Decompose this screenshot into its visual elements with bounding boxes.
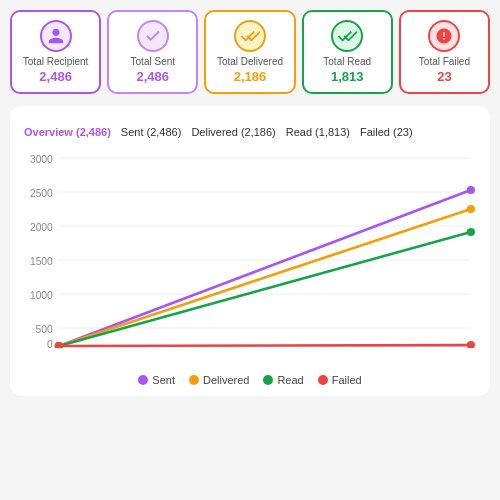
total-sent-value: 2,486: [137, 69, 170, 84]
svg-text:500: 500: [36, 324, 53, 335]
svg-text:1500: 1500: [30, 256, 53, 267]
total-sent-label: Total Sent: [131, 56, 175, 67]
chart-filter-2[interactable]: Delivered (2,186): [191, 126, 275, 138]
chart-svg: 3000 2500 2000 1500 1000 500 0: [24, 148, 476, 348]
svg-line-16: [59, 232, 471, 346]
total-delivered-icon: [234, 20, 266, 52]
svg-point-20: [467, 228, 475, 236]
svg-text:3000: 3000: [30, 154, 53, 165]
total-delivered-label: Total Delivered: [217, 56, 283, 67]
total-delivered-value: 2,186: [234, 69, 267, 84]
total-recipient-value: 2,486: [39, 69, 72, 84]
svg-text:1000: 1000: [30, 290, 53, 301]
stat-card-total-read: Total Read 1,813: [302, 10, 393, 94]
total-read-label: Total Read: [323, 56, 371, 67]
svg-point-21: [467, 341, 475, 348]
stat-cards: Total Recipient 2,486 Total Sent 2,486 T…: [10, 10, 490, 94]
chart-filter-1[interactable]: Sent (2,486): [121, 126, 182, 138]
svg-text:0: 0: [47, 339, 53, 348]
legend-label-sent: Sent: [152, 374, 175, 386]
total-read-value: 1,813: [331, 69, 364, 84]
total-read-icon: [331, 20, 363, 52]
chart-filters: Overview (2,486)Sent (2,486)Delivered (2…: [24, 126, 476, 138]
total-recipient-label: Total Recipient: [23, 56, 89, 67]
total-failed-icon: [428, 20, 460, 52]
svg-line-17: [59, 345, 471, 346]
legend-dot-read: [263, 375, 273, 385]
chart-filter-4[interactable]: Failed (23): [360, 126, 413, 138]
stat-card-total-delivered: Total Delivered 2,186: [204, 10, 295, 94]
svg-line-14: [59, 190, 471, 346]
legend-dot-delivered: [189, 375, 199, 385]
stat-card-total-failed: Total Failed 23: [399, 10, 490, 94]
chart-area: 3000 2500 2000 1500 1000 500 0: [24, 148, 476, 368]
svg-text:2000: 2000: [30, 222, 53, 233]
chart-card: Overview (2,486)Sent (2,486)Delivered (2…: [10, 106, 490, 396]
legend-dot-failed: [318, 375, 328, 385]
total-sent-icon: [137, 20, 169, 52]
total-failed-label: Total Failed: [419, 56, 470, 67]
legend-label-failed: Failed: [332, 374, 362, 386]
svg-point-25: [55, 342, 63, 348]
chart-filter-3[interactable]: Read (1,813): [286, 126, 350, 138]
svg-point-19: [467, 205, 475, 213]
legend-item-read: Read: [263, 374, 303, 386]
legend-dot-sent: [138, 375, 148, 385]
chart-filter-0[interactable]: Overview (2,486): [24, 126, 111, 138]
stat-card-total-recipient: Total Recipient 2,486: [10, 10, 101, 94]
legend-label-delivered: Delivered: [203, 374, 249, 386]
legend: Sent Delivered Read Failed: [24, 374, 476, 386]
total-recipient-icon: [40, 20, 72, 52]
svg-line-15: [59, 209, 471, 346]
stat-card-total-sent: Total Sent 2,486: [107, 10, 198, 94]
legend-item-sent: Sent: [138, 374, 175, 386]
svg-text:2500: 2500: [30, 188, 53, 199]
svg-point-18: [467, 186, 475, 194]
legend-item-delivered: Delivered: [189, 374, 249, 386]
legend-item-failed: Failed: [318, 374, 362, 386]
total-failed-value: 23: [437, 69, 451, 84]
legend-label-read: Read: [277, 374, 303, 386]
